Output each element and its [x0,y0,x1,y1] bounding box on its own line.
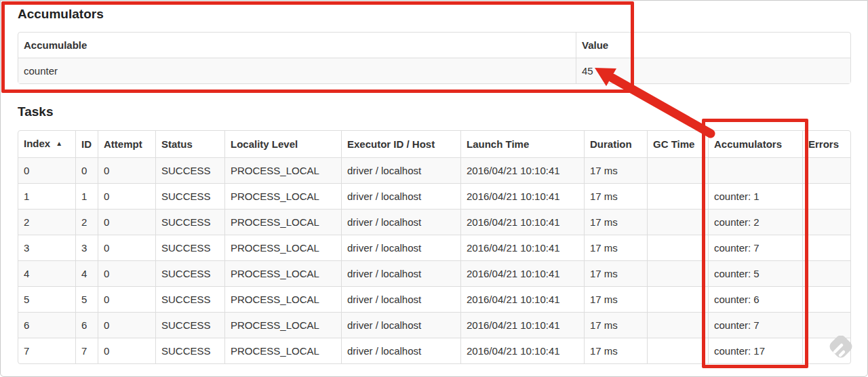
accumulators-section-title: Accumulators [18,7,850,22]
task-accumulators-cell: counter: 7 [708,312,802,338]
task-index-cell: 4 [18,260,75,286]
task-row: 0 0 0 SUCCESS PROCESS_LOCAL driver / loc… [18,157,850,183]
task-accumulators-cell: counter: 1 [708,183,802,209]
task-executor-id-host-cell: driver / localhost [341,209,460,235]
column-header-locality-level[interactable]: Locality Level [224,131,341,157]
column-header-launch-time[interactable]: Launch Time [460,131,584,157]
task-executor-id-host-cell: driver / localhost [341,183,460,209]
task-errors-cell [802,235,850,260]
task-executor-id-host-cell: driver / localhost [341,312,460,338]
task-launch-time-cell: 2016/04/21 10:10:41 [460,235,584,260]
task-id-cell: 0 [75,157,98,183]
task-launch-time-cell: 2016/04/21 10:10:41 [460,338,584,363]
task-duration-cell: 17 ms [584,183,647,209]
task-errors-cell [802,286,850,312]
sort-ascending-icon: ▲ [56,140,62,147]
task-row: 1 1 0 SUCCESS PROCESS_LOCAL driver / loc… [18,183,850,209]
column-header-executor-id-host[interactable]: Executor ID / Host [341,131,460,157]
task-accumulators-cell: counter: 17 [708,338,802,363]
tasks-section: Tasks Index▲ ID Attempt Status Locality … [18,104,850,364]
task-locality-level-cell: PROCESS_LOCAL [224,286,341,312]
task-gc-time-cell [647,338,708,363]
task-index-cell: 0 [18,157,75,183]
task-locality-level-cell: PROCESS_LOCAL [224,312,341,338]
task-id-cell: 7 [75,338,98,363]
task-duration-cell: 17 ms [584,209,647,235]
column-header-index[interactable]: Index▲ [18,131,75,157]
task-row: 3 3 0 SUCCESS PROCESS_LOCAL driver / loc… [18,235,850,260]
task-id-cell: 2 [75,209,98,235]
task-attempt-cell: 0 [98,338,155,363]
task-gc-time-cell [647,209,708,235]
task-locality-level-cell: PROCESS_LOCAL [224,338,341,363]
task-executor-id-host-cell: driver / localhost [341,286,460,312]
task-executor-id-host-cell: driver / localhost [341,260,460,286]
task-status-cell: SUCCESS [155,312,224,338]
column-header-attempt[interactable]: Attempt [98,131,155,157]
task-errors-cell [802,338,850,363]
column-header-errors[interactable]: Errors [802,131,850,157]
task-index-cell: 2 [18,209,75,235]
task-duration-cell: 17 ms [584,338,647,363]
task-locality-level-cell: PROCESS_LOCAL [224,183,341,209]
column-header-value[interactable]: Value [576,33,850,58]
tasks-section-title: Tasks [18,104,850,119]
task-errors-cell [802,157,850,183]
column-header-gc-time[interactable]: GC Time [647,131,708,157]
task-id-cell: 5 [75,286,98,312]
accumulable-name-cell: counter [18,58,576,83]
task-gc-time-cell [647,157,708,183]
task-id-cell: 1 [75,183,98,209]
column-header-id[interactable]: ID [75,131,98,157]
task-accumulators-cell [708,157,802,183]
task-errors-cell [802,183,850,209]
task-errors-cell [802,312,850,338]
task-gc-time-cell [647,312,708,338]
task-attempt-cell: 0 [98,312,155,338]
task-index-cell: 3 [18,235,75,260]
column-header-duration[interactable]: Duration [584,131,647,157]
task-id-cell: 4 [75,260,98,286]
tasks-table: Index▲ ID Attempt Status Locality Level … [18,130,851,364]
task-attempt-cell: 0 [98,286,155,312]
task-launch-time-cell: 2016/04/21 10:10:41 [460,260,584,286]
task-row: 4 4 0 SUCCESS PROCESS_LOCAL driver / loc… [18,260,850,286]
task-executor-id-host-cell: driver / localhost [341,235,460,260]
task-gc-time-cell [647,286,708,312]
task-row: 2 2 0 SUCCESS PROCESS_LOCAL driver / loc… [18,209,850,235]
tasks-header-row: Index▲ ID Attempt Status Locality Level … [18,131,850,157]
column-header-accumulable[interactable]: Accumulable [18,33,576,58]
task-index-cell: 1 [18,183,75,209]
task-gc-time-cell [647,235,708,260]
task-status-cell: SUCCESS [155,286,224,312]
task-status-cell: SUCCESS [155,157,224,183]
task-status-cell: SUCCESS [155,183,224,209]
task-launch-time-cell: 2016/04/21 10:10:41 [460,209,584,235]
column-header-index-label: Index [24,138,50,149]
task-attempt-cell: 0 [98,260,155,286]
task-errors-cell [802,260,850,286]
task-row: 6 6 0 SUCCESS PROCESS_LOCAL driver / loc… [18,312,850,338]
task-duration-cell: 17 ms [584,312,647,338]
task-status-cell: SUCCESS [155,338,224,363]
task-accumulators-cell: counter: 5 [708,260,802,286]
accumulators-section: Accumulators Accumulable Value counter 4… [18,7,850,84]
task-locality-level-cell: PROCESS_LOCAL [224,260,341,286]
task-status-cell: SUCCESS [155,235,224,260]
task-accumulators-cell: counter: 2 [708,209,802,235]
task-gc-time-cell [647,260,708,286]
task-status-cell: SUCCESS [155,260,224,286]
task-status-cell: SUCCESS [155,209,224,235]
column-header-status[interactable]: Status [155,131,224,157]
task-duration-cell: 17 ms [584,286,647,312]
task-attempt-cell: 0 [98,209,155,235]
task-accumulators-cell: counter: 7 [708,235,802,260]
task-index-cell: 6 [18,312,75,338]
task-accumulators-cell: counter: 6 [708,286,802,312]
task-launch-time-cell: 2016/04/21 10:10:41 [460,183,584,209]
accumulator-row: counter 45 [18,58,850,83]
column-header-accumulators[interactable]: Accumulators [708,131,802,157]
task-launch-time-cell: 2016/04/21 10:10:41 [460,286,584,312]
accumulators-table: Accumulable Value counter 45 [18,32,851,84]
task-locality-level-cell: PROCESS_LOCAL [224,235,341,260]
